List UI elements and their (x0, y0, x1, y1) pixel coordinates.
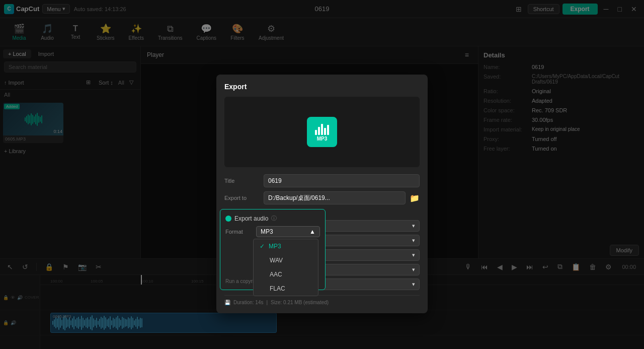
dropdown-item-flac[interactable]: FLAC (254, 282, 318, 296)
dropdown-scroll: ✓ MP3 WAV AAC FLAC (254, 239, 318, 296)
footer-separator: | (266, 300, 268, 305)
exportto-label: Export to (224, 195, 260, 201)
dialog-footer: 💾 Duration: 14s | Size: 0.21 MB (estimat… (224, 295, 420, 305)
exportto-input[interactable] (264, 191, 406, 204)
export-audio-section: Export audio ⓘ Format MP3 ▲ ✓ MP3 WAV (220, 209, 326, 290)
format-video-chevron: ▾ (412, 266, 415, 273)
dialog-field-title: Title (224, 174, 420, 187)
mp3-icon: MP3 (307, 117, 337, 147)
dropdown-item-aac[interactable]: AAC (254, 267, 318, 282)
ea-format-row: Format MP3 ▲ (225, 226, 320, 237)
ea-format-value: MP3 (261, 228, 273, 235)
audio-toggle-dot (225, 216, 231, 222)
title-label: Title (224, 178, 260, 184)
ea-format-chevron: ▲ (309, 228, 315, 235)
resol-chevron: ▾ (412, 223, 415, 229)
dialog-field-exportto: Export to 📁 (224, 191, 420, 204)
audio-info-icon: ⓘ (271, 215, 277, 222)
title-input[interactable] (264, 174, 420, 187)
bitrate-chevron: ▾ (412, 237, 415, 244)
footer-size: Size: 0.21 MB (estimated) (271, 300, 329, 305)
codec-chevron: ▾ (412, 252, 415, 258)
footer-disk-icon: 💾 (224, 300, 230, 305)
ea-format-select[interactable]: MP3 ▲ (256, 226, 320, 237)
option-aac-label: AAC (270, 271, 282, 278)
folder-button[interactable]: 📁 (410, 193, 420, 203)
footer-duration: Duration: 14s (233, 300, 263, 305)
option-flac-label: FLAC (270, 285, 285, 292)
mp3-text: MP3 (317, 136, 328, 142)
export-audio-label: Export audio (234, 215, 268, 222)
dropdown-item-mp3[interactable]: ✓ MP3 (254, 239, 318, 253)
dialog-preview: MP3 (224, 97, 420, 167)
check-mp3: ✓ (260, 243, 265, 250)
framerate-chevron: ▾ (412, 281, 415, 288)
overlay: Export MP3 Title Export to (0, 0, 644, 349)
option-wav-label: WAV (270, 257, 283, 264)
dropdown-item-wav[interactable]: WAV (254, 253, 318, 267)
ea-header: Export audio ⓘ (225, 215, 320, 222)
ea-format-label: Format (225, 229, 253, 235)
dialog-title: Export (224, 83, 420, 91)
mp3-bars (315, 123, 329, 135)
option-mp3-label: MP3 (269, 243, 281, 250)
format-dropdown: ✓ MP3 WAV AAC FLAC (253, 239, 318, 296)
